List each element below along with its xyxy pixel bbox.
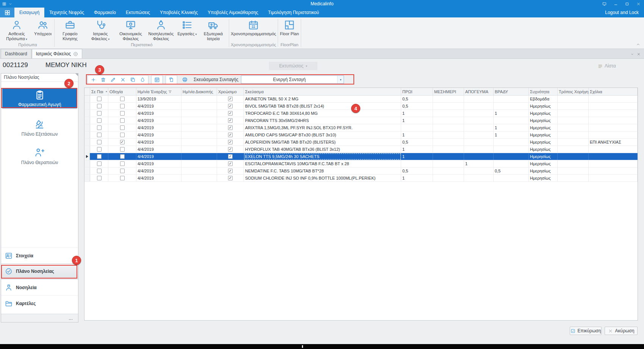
sidebar-item-2[interactable]: Πλάνο Εξετάσεων <box>1 119 78 137</box>
column-header-freq[interactable]: Συχνότητα <box>529 88 558 95</box>
sidebar-item-3[interactable]: Πλάνο Θεραπειών <box>1 147 78 165</box>
minimize-button[interactable] <box>610 0 621 8</box>
edit-button[interactable] <box>108 76 118 84</box>
ribbon-tab-7[interactable]: Τιμολόγηση Περιστατικού <box>263 8 324 17</box>
checkbox[interactable]: ✓ <box>228 154 233 159</box>
checkbox[interactable] <box>97 111 102 116</box>
checkbox[interactable]: ✓ <box>228 111 233 116</box>
checkbox[interactable]: ✓ <box>228 169 233 173</box>
checkbox[interactable]: ✓ <box>228 161 233 166</box>
ribbon-button-schedule[interactable]: Χρονοπρογραμματισμός <box>230 18 277 42</box>
add-button[interactable] <box>89 76 98 84</box>
ribbon-tab-5[interactable]: Υποβολές Κλινικής <box>155 8 203 17</box>
print-button[interactable] <box>180 76 189 84</box>
sidebar-bottom-item-1[interactable]: Στοιχεία <box>1 247 78 263</box>
checkbox[interactable] <box>120 133 125 137</box>
logout-and-lock-button[interactable]: Logout and Lock <box>605 8 644 17</box>
ribbon-button-office[interactable]: Γραφείο Κίνησης <box>55 18 85 42</box>
doc-tabs-close-icon[interactable] <box>637 52 641 56</box>
sidebar-bottom-item-2[interactable]: Πλάνο Νοσηλείας <box>1 263 78 279</box>
checkbox[interactable]: ✓ <box>228 104 233 108</box>
lab-button[interactable] <box>138 76 147 84</box>
doc-tabs-dropdown-icon[interactable] <box>630 52 634 56</box>
checkbox[interactable]: ✓ <box>228 176 233 180</box>
checkbox[interactable] <box>120 169 125 173</box>
column-header-mesimeri[interactable]: ΜΕΣΗΜΕΡΙ <box>433 88 464 95</box>
column-header-odigia[interactable]: Οδηγία <box>108 88 136 95</box>
checkbox[interactable]: ✓ <box>228 118 233 123</box>
ribbon-tab-2[interactable]: Τεχνητός Νεφρός <box>44 8 89 17</box>
ribbon-tab-4[interactable]: Εκτυπώσεις <box>121 8 155 17</box>
checkbox[interactable] <box>97 133 102 137</box>
grid-row[interactable]: 4/4/2019✓TROFOCARD E.C TAB 30X614,80 MG1… <box>84 110 638 117</box>
ribbon-collapse-icon[interactable] <box>636 42 641 47</box>
copy-doc-button[interactable] <box>167 76 176 84</box>
ribbon-button-medical-record[interactable]: Ιατρικός Φάκελος ▾ <box>85 18 116 42</box>
ribbon-button-patient[interactable]: Ασθενείς Πρόσωπα ▾ <box>2 18 32 42</box>
checkbox[interactable]: ✓ <box>228 140 233 144</box>
confirm-button[interactable]: Επικύρωση <box>570 327 602 335</box>
checkbox[interactable] <box>97 154 102 159</box>
column-header-sxolia[interactable]: Σχόλια <box>589 88 638 95</box>
ribbon-tab-3[interactable]: Φαρμακείο <box>89 8 121 17</box>
checkbox[interactable] <box>97 104 102 108</box>
column-header-start[interactable]: Ημ/νία Έναρξης <box>136 88 181 95</box>
column-header-sep[interactable]: Σε Παι <box>90 88 108 95</box>
column-header-chargeable[interactable]: Χρεώσιμο <box>217 88 244 95</box>
column-header-drug[interactable]: Σκεύασμα <box>244 88 401 95</box>
checkbox[interactable] <box>97 125 102 130</box>
close-button[interactable] <box>633 0 644 8</box>
ribbon-tab-6[interactable]: Υποβολές Αιμοκάθαρσης <box>203 8 263 17</box>
ribbon-button-ambulance[interactable]: Εξωτερικά Ιατρεία <box>198 18 228 42</box>
column-header-stop[interactable]: Ημ/νία Διακοπής <box>181 88 217 95</box>
doc-tab-1[interactable]: Dashboard <box>1 49 31 58</box>
grid-row[interactable]: ✓4/4/2019✓ALOPERIDIN 5MG/TAB TAB BTx20 (… <box>84 139 638 146</box>
sidebar-bottom-item-3[interactable]: Νοσηλεία <box>1 279 78 295</box>
checkbox[interactable] <box>120 147 125 152</box>
checkbox[interactable] <box>97 147 102 152</box>
ribbon-button-tasks[interactable]: Εργασίες ▾ <box>176 18 198 42</box>
ribbon-button-people[interactable]: Υπόχρεοι <box>32 18 54 42</box>
calendar-grid-button[interactable] <box>152 76 162 84</box>
grid-row[interactable]: 4/4/2019✓ESCITALOPRAM/ACTAVIS 10MG/TAB F… <box>84 160 638 167</box>
checkbox[interactable] <box>120 104 125 108</box>
sidebar-bottom-item-4[interactable]: Καρτέλες <box>1 295 78 311</box>
checkbox[interactable] <box>97 118 102 123</box>
grid-row[interactable]: 4/4/2019✓ARIXTRA 1,5MG/0,3ML PF.SYR INJ.… <box>84 124 638 131</box>
lista-button[interactable]: Λίστα <box>598 63 616 69</box>
ektyposeis-button[interactable]: Εκτυπώσεις ▾ <box>269 62 317 70</box>
checkbox[interactable] <box>120 154 125 159</box>
checkbox[interactable]: ✓ <box>120 140 125 144</box>
grid-row[interactable]: 4/4/2019✓SODIUM CHLORIDE INJ SO INF 0,9%… <box>84 175 638 182</box>
maximize-button[interactable] <box>621 0 633 8</box>
ribbon-button-floorplan[interactable]: Floor Plan <box>278 18 300 42</box>
grid-row[interactable]: 4/4/2019✓HYDROFLUX TAB 40MG/TAB BTx36 (B… <box>84 146 638 153</box>
grid-row[interactable]: 13/9/2019✓AKINETON TABL 50 X 2 MG0,5Εβδο… <box>84 95 638 103</box>
column-header-proi[interactable]: ΠΡΩΙ <box>401 88 433 95</box>
grid-row[interactable]: 4/4/2019✓EXELON TTS 9,5MG/24h 30 SACHETS… <box>84 153 638 160</box>
copy-button[interactable] <box>128 76 138 84</box>
checkbox[interactable]: ✓ <box>228 125 233 130</box>
cancel-button[interactable]: Ακύρωση <box>605 327 638 335</box>
cancel-button[interactable] <box>118 76 128 84</box>
checkbox[interactable] <box>120 161 125 166</box>
ribbon-button-nurse[interactable]: Νοσηλευτικός Φάκελος <box>146 18 176 42</box>
close-tab-icon[interactable] <box>73 52 78 56</box>
checkbox[interactable]: ✓ <box>228 133 233 137</box>
application-button[interactable] <box>0 8 14 17</box>
sidebar-overflow-button[interactable]: ... <box>1 314 78 322</box>
ribbon-tab-1[interactable]: Εισαγωγή <box>14 8 44 17</box>
column-header-vrady[interactable]: ΒΡΑΔΥ <box>494 88 529 95</box>
sidebar-item-1[interactable]: Φαρμακευτική Αγωγή <box>2 88 77 108</box>
grid-row[interactable]: 4/4/2019✓BIVOL 5MG/TAB TAB BTx28 (BLIST … <box>84 103 638 110</box>
ribbon-button-financial[interactable]: Οικονομικός Φάκελος <box>116 18 146 42</box>
grid-row[interactable]: 4/4/2019✓PANCORAN TTS 30x5MG/24HRS1Ημερη… <box>84 117 638 124</box>
checkbox[interactable] <box>120 125 125 130</box>
checkbox[interactable] <box>120 118 125 123</box>
grid-row[interactable]: 4/4/2019✓NEMDATINE F.C. TABS 10MG/TAB BT… <box>84 167 638 175</box>
prescription-combo[interactable]: Ενεργή Συνταγή ▾ <box>241 75 344 84</box>
checkbox[interactable] <box>120 97 125 101</box>
chevron-down-icon[interactable] <box>8 2 13 6</box>
checkbox[interactable]: ✓ <box>228 147 233 152</box>
column-header-tropos[interactable]: Τρόπος Χορήγησ <box>558 88 589 95</box>
